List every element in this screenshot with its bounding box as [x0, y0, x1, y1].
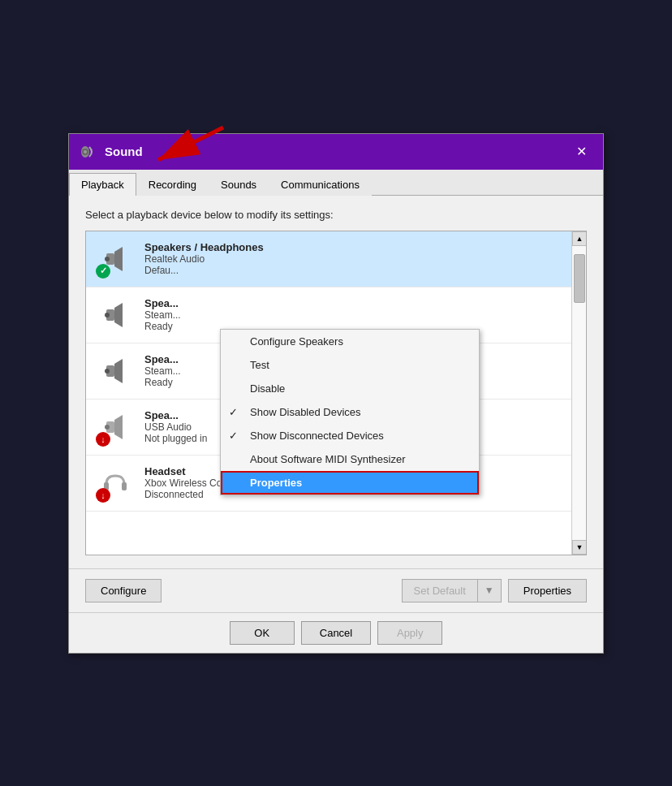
tab-communications[interactable]: Communications: [269, 173, 372, 196]
set-default-button[interactable]: Set Default: [402, 579, 478, 602]
device-status-1: Defau...: [144, 265, 576, 276]
device-info-2: Spea... Steam... Ready: [144, 297, 576, 332]
context-menu-configure[interactable]: Configure Speakers: [221, 330, 479, 353]
tab-sounds[interactable]: Sounds: [209, 173, 269, 196]
title-bar: Sound ✕: [69, 134, 603, 170]
status-badge-notplugged: ↓: [96, 432, 110, 447]
status-badge-disconnected: ↓: [96, 488, 110, 503]
device-info-1: Speakers / Headphones Realtek Audio Defa…: [144, 241, 576, 276]
set-default-dropdown[interactable]: ▼: [478, 579, 502, 602]
device-icon-5: ↓: [96, 464, 135, 503]
show-disconnected-label: Show Disconnected Devices: [250, 430, 384, 442]
context-menu-show-disconnected[interactable]: ✓ Show Disconnected Devices: [221, 424, 479, 447]
sound-dialog: Sound ✕ Playback Recording Sounds Commun…: [68, 133, 604, 654]
context-menu-disable[interactable]: Disable: [221, 377, 479, 400]
show-disabled-label: Show Disabled Devices: [250, 406, 361, 418]
cancel-button[interactable]: Cancel: [301, 621, 371, 645]
content-area: Select a playback device below to modify…: [69, 196, 603, 568]
sound-icon: [79, 142, 98, 162]
scroll-up-button[interactable]: ▲: [572, 231, 587, 246]
svg-marker-6: [114, 247, 123, 271]
svg-point-4: [84, 150, 87, 153]
svg-point-10: [105, 313, 110, 317]
scrollbar-thumb[interactable]: [574, 254, 585, 303]
scrollbar-track[interactable]: [572, 246, 586, 540]
device-list[interactable]: ✓ Speakers / Headphones Realtek Audio De…: [85, 231, 587, 555]
context-menu-show-disabled[interactable]: ✓ Show Disabled Devices: [221, 400, 479, 424]
scrollbar[interactable]: ▲ ▼: [571, 231, 586, 555]
close-button[interactable]: ✕: [569, 140, 593, 164]
device-item-speakers-headphones[interactable]: ✓ Speakers / Headphones Realtek Audio De…: [86, 231, 586, 287]
svg-marker-15: [114, 415, 123, 439]
status-badge-default: ✓: [96, 264, 110, 279]
tab-recording[interactable]: Recording: [136, 173, 209, 196]
svg-rect-18: [122, 482, 127, 490]
apply-button[interactable]: Apply: [377, 621, 442, 645]
device-name-1: Speakers / Headphones: [144, 241, 576, 253]
svg-marker-9: [114, 303, 123, 327]
configure-button[interactable]: Configure: [85, 579, 162, 602]
about-midi-label: About Software MIDI Synthesizer: [250, 453, 405, 465]
device-icon-2: [96, 296, 135, 335]
configure-label: Configure Speakers: [250, 335, 343, 348]
bottom-buttons: Configure Set Default ▼ Properties: [69, 568, 603, 612]
svg-marker-12: [114, 359, 123, 383]
scroll-down-button[interactable]: ▼: [572, 540, 587, 555]
check-show-disconnected: ✓: [229, 430, 238, 442]
properties-button[interactable]: Properties: [508, 579, 587, 602]
svg-point-16: [105, 425, 110, 430]
tab-playback[interactable]: Playback: [69, 173, 136, 196]
context-menu: Configure Speakers Test Disable ✓ Show D…: [220, 329, 480, 495]
svg-point-13: [105, 369, 110, 374]
device-name-2: Spea...: [144, 297, 576, 309]
device-icon-4: ↓: [96, 408, 135, 447]
test-label: Test: [250, 359, 269, 371]
dialog-footer: OK Cancel Apply: [69, 612, 603, 653]
device-sub-2: Steam...: [144, 309, 576, 321]
context-menu-about-midi[interactable]: About Software MIDI Synthesizer: [221, 447, 479, 471]
svg-point-7: [105, 257, 110, 261]
device-icon-1: ✓: [96, 240, 135, 279]
description-text: Select a playback device below to modify…: [85, 209, 587, 221]
check-show-disabled: ✓: [229, 406, 238, 418]
set-default-wrapper: Set Default ▼: [402, 579, 502, 602]
context-menu-test[interactable]: Test: [221, 353, 479, 377]
ok-button[interactable]: OK: [230, 621, 295, 645]
disable-label: Disable: [250, 382, 285, 395]
context-menu-properties[interactable]: Properties: [221, 471, 479, 494]
window-title: Sound: [105, 145, 569, 158]
red-arrow-indicator: [85, 119, 248, 168]
properties-label: Properties: [250, 477, 302, 489]
tab-bar: Playback Recording Sounds Communications: [69, 170, 603, 196]
device-icon-3: [96, 352, 135, 391]
device-sub-1: Realtek Audio: [144, 253, 576, 265]
